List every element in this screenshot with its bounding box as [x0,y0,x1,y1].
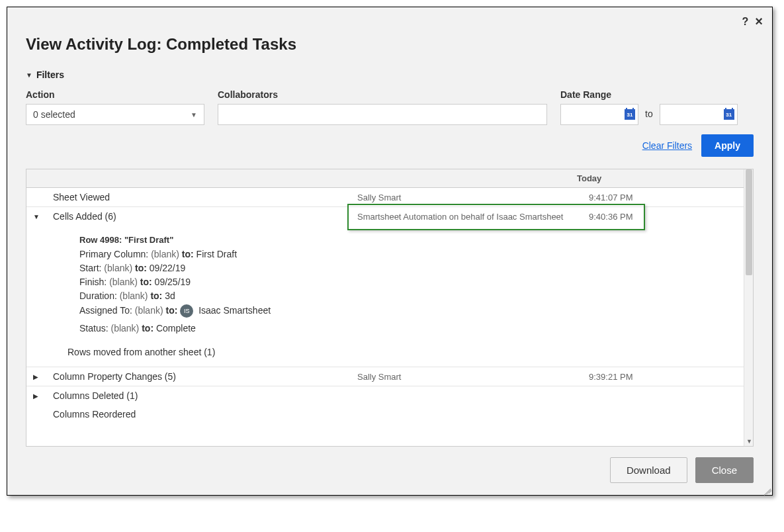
log-time: 9:41:07 PM [589,193,744,202]
scrollbar[interactable]: ▼ [744,169,753,446]
log-date-header: Today [26,169,744,188]
chevron-right-icon: ▶ [33,392,42,400]
log-collaborator: Sally Smart [357,193,589,202]
date-range-label: Date Range [560,89,638,100]
filters-toggle[interactable]: ▼ Filters [26,69,754,80]
action-select[interactable]: 0 selected ▼ [26,104,204,125]
scrollbar-thumb[interactable] [746,169,752,275]
change-line: Assigned To: (blank) to: IS Isaac Smarts… [79,304,734,318]
avatar-icon: IS [180,304,193,318]
scroll-down-icon[interactable]: ▼ [746,438,752,445]
change-line: Primary Column: (blank) to: First Draft [79,249,734,259]
log-event: Columns Reordered [53,409,357,420]
caret-down-icon: ▼ [191,111,197,118]
log-time: 9:40:36 PM [589,212,744,222]
log-row[interactable]: Sheet Viewed Sally Smart 9:41:07 PM [26,188,744,207]
activity-log-dialog: ? × View Activity Log: Completed Tasks ▼… [7,7,773,496]
log-row[interactable]: ▶ Columns Deleted (1) [26,386,744,405]
date-from-input[interactable]: 31 [560,104,638,125]
chevron-down-icon: ▼ [33,213,42,220]
detail-row-title: Row 4998: "First Draft" [79,235,734,245]
chevron-right-icon: ▶ [33,373,42,380]
log-event: Column Property Changes (5) [53,371,357,382]
calendar-icon: 31 [625,109,635,120]
action-selected-text: 0 selected [33,109,75,120]
log-row[interactable]: Columns Reordered [26,405,744,423]
filters-label: Filters [36,69,64,80]
log-collaborator: Smartsheet Automation on behalf of Isaac… [357,212,589,222]
log-row-details: Row 4998: "First Draft" Primary Column: … [26,226,744,367]
log-event: Columns Deleted (1) [53,390,357,401]
dialog-title: View Activity Log: Completed Tasks [26,35,754,54]
to-label: to [644,109,654,119]
close-icon[interactable]: × [755,14,763,29]
chevron-down-icon: ▼ [26,71,32,79]
apply-button[interactable]: Apply [701,134,754,157]
help-icon[interactable]: ? [742,16,749,28]
log-time: 9:39:21 PM [589,372,744,382]
close-button[interactable]: Close [695,457,754,483]
change-line: Finish: (blank) to: 09/25/19 [79,277,734,287]
log-row-expanded[interactable]: ▼ Cells Added (6) Smartsheet Automation … [26,207,744,226]
log-event: Sheet Viewed [53,192,357,202]
collaborators-input[interactable] [218,104,547,125]
clear-filters-link[interactable]: Clear Filters [642,140,692,151]
log-row[interactable]: ▶ Column Property Changes (5) Sally Smar… [26,367,744,386]
calendar-icon: 31 [724,109,734,120]
collaborators-label: Collaborators [218,89,547,100]
details-footer: Rows moved from another sheet (1) [67,347,734,357]
download-button[interactable]: Download [610,457,687,483]
change-line: Status: (blank) to: Complete [79,323,734,333]
resize-grip-icon[interactable] [762,484,771,494]
change-line: Duration: (blank) to: 3d [79,290,734,301]
activity-log-list: Today Sheet Viewed Sally Smart 9:41:07 P… [26,169,754,447]
log-event: Cells Added (6) [53,211,357,222]
action-label: Action [26,89,204,100]
change-line: Start: (blank) to: 09/22/19 [79,263,734,273]
log-collaborator: Sally Smart [357,372,589,382]
date-to-input[interactable]: 31 [660,104,738,125]
